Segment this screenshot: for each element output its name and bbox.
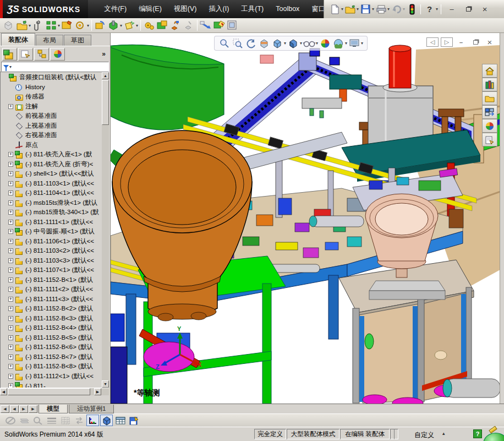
expand-icon[interactable] bbox=[8, 113, 13, 118]
expand-icon[interactable]: + bbox=[8, 316, 13, 321]
open-part-icon[interactable] bbox=[16, 19, 28, 31]
expand-icon[interactable]: + bbox=[8, 239, 13, 244]
expand-icon[interactable]: + bbox=[8, 104, 13, 109]
expand-icon[interactable]: + bbox=[8, 181, 13, 186]
expand-icon[interactable]: + bbox=[8, 268, 13, 273]
tree-row[interactable]: 原点 bbox=[1, 140, 108, 150]
task-pane-collapsed-strip[interactable] bbox=[500, 33, 504, 404]
section-view-icon[interactable] bbox=[258, 37, 270, 50]
instant3d-icon[interactable] bbox=[200, 19, 212, 31]
large-design-review-icon[interactable] bbox=[226, 19, 238, 31]
move-component-icon[interactable] bbox=[74, 19, 86, 31]
custom-properties-icon[interactable] bbox=[482, 133, 497, 146]
display-style-icon[interactable] bbox=[287, 37, 299, 50]
expand-icon[interactable]: + bbox=[8, 335, 13, 340]
customize-label[interactable]: 自定义 bbox=[414, 431, 434, 440]
assembly-features-icon[interactable] bbox=[107, 19, 119, 31]
expand-icon[interactable] bbox=[8, 85, 13, 90]
scroll-left-button[interactable]: ◀ bbox=[0, 388, 7, 395]
tree-row[interactable]: + (-) 811-1152-B<5> (默认 bbox=[1, 333, 108, 343]
exploded-view-icon[interactable] bbox=[169, 19, 182, 31]
expand-icon[interactable]: + bbox=[8, 220, 13, 225]
tree-row[interactable]: + (-) 811-1152-B<6> (默认 bbox=[1, 342, 108, 352]
expand-icon[interactable]: + bbox=[8, 364, 13, 369]
tree-row[interactable]: + (-) 811-1112<1> (默认<< bbox=[1, 372, 108, 382]
tree-filter-bar[interactable]: ▾ bbox=[1, 62, 109, 72]
last-tab-button[interactable]: ▶ bbox=[29, 405, 37, 413]
tree-row[interactable]: + (-) msb15滑轨-340<1> (默 bbox=[1, 208, 108, 217]
open-icon[interactable] bbox=[344, 4, 356, 15]
axes-display-icon[interactable] bbox=[86, 415, 99, 426]
menu-item[interactable]: 文件(F) bbox=[98, 0, 133, 18]
tree-row[interactable]: + (-) 811-1103<2> (默认<< bbox=[1, 246, 108, 256]
interference-detection-icon[interactable] bbox=[213, 19, 225, 31]
save-dropdown-icon[interactable]: ▾ bbox=[372, 7, 374, 12]
tree-row[interactable]: 右视基准面 bbox=[1, 130, 108, 140]
scroll-down-button[interactable]: ▼ bbox=[102, 380, 109, 388]
tree-row[interactable]: + (-) 811-1152-B<7> (默认 bbox=[1, 352, 108, 362]
tree-row[interactable]: + (-) 811-1152-B<8> (默认 bbox=[1, 362, 108, 372]
tree-row[interactable]: + 注解 bbox=[1, 102, 108, 112]
hide-show-items-icon[interactable] bbox=[303, 37, 315, 50]
edit-appearance-icon[interactable] bbox=[319, 37, 331, 50]
expand-icon[interactable]: + bbox=[8, 162, 13, 167]
previous-view-icon[interactable] bbox=[245, 37, 257, 50]
resources-home-icon[interactable] bbox=[482, 64, 497, 78]
tree-row[interactable]: + (-) 811-1111<3> (默认<< bbox=[1, 295, 108, 304]
expand-icon[interactable] bbox=[8, 123, 13, 128]
command-tab[interactable]: 草图 bbox=[64, 35, 91, 46]
new-document-icon[interactable] bbox=[329, 4, 341, 15]
expand-icon[interactable]: + bbox=[8, 171, 13, 176]
vscroll-thumb[interactable] bbox=[102, 80, 109, 125]
zoom-fit-icon[interactable] bbox=[218, 37, 231, 50]
tree-row[interactable]: 前视基准面 bbox=[1, 111, 108, 121]
prev-tab-button[interactable]: ◀ bbox=[10, 405, 19, 413]
model-tab[interactable]: 运动算例1 bbox=[69, 405, 114, 413]
tree-row[interactable]: History bbox=[1, 83, 108, 92]
expand-icon[interactable] bbox=[8, 94, 13, 99]
file-explorer-icon[interactable] bbox=[482, 91, 497, 105]
appearances-scenes-icon[interactable] bbox=[482, 119, 497, 133]
tree-row[interactable]: 音频接口组装机 (默认<默认 bbox=[1, 73, 108, 83]
collapse-panel-right-icon[interactable]: ▷ bbox=[441, 37, 453, 47]
smart-fasteners-icon[interactable] bbox=[61, 19, 73, 31]
tree-row[interactable]: + (-) 811-1152-B<2> (默认 bbox=[1, 304, 108, 314]
tree-row[interactable]: + (-) 811-1152-B<3> (默认 bbox=[1, 314, 108, 324]
rebuild-traffic-light-icon[interactable] bbox=[406, 4, 418, 15]
dropdown-icon[interactable]: ▾ bbox=[316, 41, 318, 46]
design-library-icon[interactable] bbox=[482, 78, 497, 91]
help-icon[interactable]: ? bbox=[424, 4, 435, 15]
expand-icon[interactable]: + bbox=[8, 374, 13, 379]
configuration-manager-tab-icon[interactable] bbox=[34, 48, 49, 61]
menu-item[interactable]: 编辑(E) bbox=[133, 0, 168, 18]
first-tab-button[interactable]: ◀ bbox=[1, 405, 9, 413]
doc-minimize-button[interactable]: – bbox=[455, 37, 467, 47]
tree-row[interactable]: + (-) 811-铁壳入座<1> (默 bbox=[1, 150, 108, 160]
expand-icon[interactable]: + bbox=[8, 297, 13, 302]
expand-icon[interactable]: + bbox=[8, 229, 13, 234]
tree-row[interactable]: + (-) shell<1> (默认<<默认 bbox=[1, 169, 108, 179]
dropdown-icon[interactable]: ▾ bbox=[300, 41, 302, 46]
print-icon[interactable] bbox=[375, 4, 387, 15]
next-tab-button[interactable]: ▶ bbox=[19, 405, 28, 413]
expand-icon[interactable]: + bbox=[8, 345, 13, 350]
tree-row[interactable]: + (-) 811-1152-B<1> (默认 bbox=[1, 275, 108, 285]
view-settings-icon[interactable] bbox=[348, 37, 360, 50]
menu-item[interactable]: 插入(I) bbox=[203, 0, 235, 18]
dropdown-icon[interactable]: ▾ bbox=[58, 23, 60, 28]
view-orientation-icon[interactable] bbox=[271, 37, 283, 50]
help-dropdown-icon[interactable]: ▾ bbox=[436, 7, 438, 12]
customize-arrow-icon[interactable]: ▴ bbox=[442, 431, 445, 436]
expand-icon[interactable]: + bbox=[8, 277, 13, 282]
expand-icon[interactable]: + bbox=[8, 258, 13, 263]
tree-row[interactable]: + (-) 811-1111<2> (默认<< bbox=[1, 285, 108, 295]
scroll-right-button[interactable]: ▶ bbox=[94, 388, 101, 395]
hopper-green[interactable] bbox=[111, 45, 224, 130]
expand-icon[interactable] bbox=[8, 143, 13, 148]
expand-icon[interactable]: + bbox=[8, 383, 13, 388]
dropdown-icon[interactable]: ▾ bbox=[345, 41, 347, 46]
rotate-component-icon[interactable] bbox=[94, 19, 106, 31]
chevron-overflow-icon[interactable]: » bbox=[102, 50, 108, 58]
tree-row[interactable]: + (-) 811-1106<1> (默认<< bbox=[1, 237, 108, 247]
tree-row[interactable]: + (-) 811-1103<3> (默认<< bbox=[1, 256, 108, 266]
